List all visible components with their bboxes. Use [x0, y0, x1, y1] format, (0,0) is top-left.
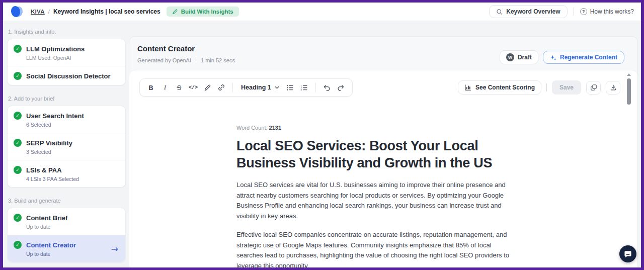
breadcrumb-brand-link[interactable]: KIVA [31, 9, 45, 15]
save-button[interactable]: Save [552, 80, 581, 95]
redo-button[interactable] [335, 82, 347, 93]
keyword-overview-label: Keyword Overview [506, 8, 560, 15]
sidebar-card-insights: ✓ LLM Optimizations LLM Used: OpenAI ✓ S… [7, 39, 126, 85]
sparkle-icon [550, 54, 556, 61]
bold-button[interactable]: B [145, 82, 157, 93]
check-circle-icon: ✓ [14, 166, 22, 174]
generated-by-text: Generated by OpenAI [137, 57, 191, 63]
content-creator-panel: Content Creator Generated by OpenAI 1 mi… [129, 36, 638, 267]
document-heading: Local SEO Services: Boost Your Local Bus… [236, 137, 514, 171]
code-button[interactable]: </> [187, 82, 199, 93]
sidebar-item-subtitle: 6 Selected [26, 122, 119, 128]
sidebar-item-title: Social Discussion Detector [26, 72, 111, 80]
check-circle-icon: ✓ [14, 241, 22, 249]
undo-button[interactable] [321, 82, 333, 93]
meta-divider [196, 57, 196, 63]
document-paragraph: Local SEO services are vital for U.S. bu… [236, 180, 511, 221]
breadcrumb-current: Keyword Insights | local seo services [53, 8, 160, 15]
draft-button-label: Draft [518, 54, 532, 61]
panel-header: Content Creator Generated by OpenAI 1 mi… [129, 37, 637, 70]
draft-button[interactable]: W Draft [500, 50, 538, 64]
sidebar-section-label-brief: 2. Add to your brief [8, 96, 126, 102]
document-body[interactable]: Word Count:2131 Local SEO Services: Boos… [129, 97, 519, 267]
link-icon [218, 84, 225, 91]
editor-surface[interactable]: B I S </> Heading 1 [129, 70, 637, 267]
check-circle-icon: ✓ [14, 45, 22, 53]
heading-style-value: Heading 1 [241, 84, 271, 91]
copy-button[interactable] [586, 81, 601, 95]
bullet-list-button[interactable] [284, 82, 296, 93]
word-count-value: 2131 [269, 125, 281, 131]
italic-button[interactable]: I [159, 82, 171, 93]
link-button[interactable] [215, 82, 227, 93]
editor-actions-divider [546, 83, 547, 92]
top-navigation-bar: KIVA / Keyword Insights | local seo serv… [3, 3, 641, 21]
ordered-list-icon: 123 [300, 84, 308, 91]
redo-icon [337, 84, 345, 91]
ordered-list-button[interactable]: 123 [298, 82, 310, 93]
toolbar-divider [315, 83, 316, 92]
bar-chart-icon [464, 84, 471, 91]
sidebar-item-title: LSIs & PAA [26, 166, 62, 174]
sidebar-item-title: Content Creator [26, 241, 76, 249]
sidebar-item-social-discussion-detector[interactable]: ✓ Social Discussion Detector [8, 66, 125, 85]
build-badge-label: Build With Insights [181, 9, 233, 15]
document-paragraph: Effective local SEO companies concentrat… [236, 230, 511, 267]
see-content-scoring-button[interactable]: See Content Scoring [458, 80, 541, 95]
sidebar-item-lsis-paa[interactable]: ✓ LSIs & PAA 4 LSIs 3 PAA Selected [8, 160, 125, 187]
sidebar-card-brief: ✓ User Search Intent 6 Selected ✓ SERP V… [7, 106, 126, 188]
search-icon [496, 9, 503, 15]
chevron-down-icon [275, 86, 279, 89]
scoring-button-label: See Content Scoring [475, 84, 535, 91]
sidebar-item-subtitle: Up to date [26, 251, 119, 257]
generation-time-text: 1 min 52 secs [201, 57, 235, 63]
app-window: KIVA / Keyword Insights | local seo serv… [3, 3, 641, 267]
chat-bubble-icon [623, 249, 632, 258]
download-button[interactable] [606, 81, 620, 95]
keyword-overview-button[interactable]: Keyword Overview [489, 5, 567, 18]
toolbar-divider [232, 83, 233, 92]
svg-text:3: 3 [301, 88, 302, 91]
check-circle-icon: ✓ [14, 72, 22, 80]
sidebar-section-label-insights: 1. Insights and info. [8, 29, 126, 35]
sidebar-section-label-generate: 3. Build and generate [8, 198, 126, 204]
sidebar-item-subtitle: 4 LSIs 3 PAA Selected [26, 176, 119, 182]
sidebar-item-title: LLM Optimizations [26, 45, 85, 53]
help-label: How this works? [590, 8, 634, 15]
undo-icon [323, 84, 331, 91]
question-icon: ? [580, 8, 587, 15]
word-count-label: Word Count: [236, 125, 268, 131]
regenerate-content-button[interactable]: Regenerate Content [543, 51, 624, 64]
how-this-works-link[interactable]: ? How this works? [580, 8, 634, 15]
sidebar-item-user-search-intent[interactable]: ✓ User Search Intent 6 Selected [8, 106, 125, 133]
breadcrumb-separator: / [48, 9, 50, 15]
scrollbar-thumb[interactable] [627, 78, 631, 105]
sidebar-item-serp-visibility[interactable]: ✓ SERP Visibility 3 Selected [8, 133, 125, 160]
bullet-list-icon [286, 84, 294, 91]
sidebar-item-subtitle: 3 Selected [26, 149, 119, 155]
sidebar-item-subtitle: LLM Used: OpenAI [26, 55, 119, 61]
copy-icon [590, 84, 597, 91]
chat-widget-button[interactable] [619, 245, 636, 262]
scrollbar-up-arrow[interactable] [627, 73, 631, 76]
sidebar-item-title: Content Brief [26, 214, 67, 222]
header-divider [574, 8, 574, 16]
arrow-right-icon: → [111, 244, 118, 254]
strikethrough-button[interactable]: S [173, 82, 185, 93]
check-circle-icon: ✓ [14, 139, 22, 147]
sidebar-item-subtitle: Up to date [26, 224, 119, 230]
kiva-logo-icon[interactable] [10, 6, 24, 18]
screenshot-frame: KIVA / Keyword Insights | local seo serv… [0, 0, 644, 270]
formatting-toolbar: B I S </> Heading 1 [139, 78, 353, 97]
sidebar-item-content-creator[interactable]: ✓ Content Creator Up to date → [8, 235, 125, 262]
highlight-pencil-button[interactable] [201, 82, 213, 93]
heading-style-dropdown[interactable]: Heading 1 [238, 83, 282, 92]
sidebar: 1. Insights and info. ✓ LLM Optimization… [3, 21, 129, 267]
regenerate-button-label: Regenerate Content [560, 54, 617, 61]
sidebar-item-llm-optimizations[interactable]: ✓ LLM Optimizations LLM Used: OpenAI [8, 39, 125, 66]
content-area: 1. Insights and info. ✓ LLM Optimization… [3, 21, 641, 267]
build-with-insights-badge[interactable]: Build With Insights [167, 7, 239, 17]
editor-scrollbar [626, 73, 631, 105]
sidebar-item-content-brief[interactable]: ✓ Content Brief Up to date [8, 208, 125, 235]
pencil-icon [172, 9, 178, 15]
